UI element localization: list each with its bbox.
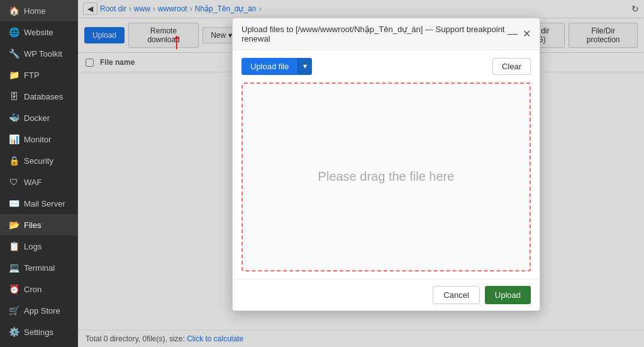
sidebar-item-logs[interactable]: 📋 Logs (0, 236, 78, 257)
modal-close-button[interactable]: ✕ (523, 29, 531, 39)
security-icon: 🔒 (9, 156, 19, 166)
modal-toolbar: Upload file ▾ Clear (242, 58, 531, 75)
logs-icon: 📋 (9, 241, 19, 251)
sidebar-item-label: Docker (24, 113, 50, 123)
modal-header-actions: — ✕ (508, 29, 531, 39)
sidebar-item-wp-toolkit[interactable]: 🔧 WP Toolkit (0, 43, 78, 64)
upload-confirm-button[interactable]: Upload (485, 286, 531, 304)
terminal-icon: 💻 (9, 263, 19, 273)
sidebar-item-website[interactable]: 🌐 Website (0, 21, 78, 43)
sidebar-item-label: Logs (24, 242, 42, 251)
modal-minimize-button[interactable]: — (508, 29, 518, 39)
cancel-button[interactable]: Cancel (433, 286, 479, 304)
sidebar-item-app-store[interactable]: 🛒 App Store (0, 300, 78, 321)
sidebar-item-label: Databases (24, 92, 63, 101)
drop-zone[interactable]: Please drag the file here (242, 82, 531, 271)
sidebar-item-logout[interactable]: 🚪 Log out (0, 343, 78, 347)
upload-file-main-button[interactable]: Upload file (242, 58, 297, 75)
sidebar-item-cron[interactable]: ⏰ Cron (0, 278, 78, 300)
sidebar-item-label: WP Toolkit (24, 49, 62, 59)
sidebar-item-mail-server[interactable]: ✉️ Mail Server (0, 193, 78, 214)
cron-icon: ⏰ (9, 284, 19, 294)
sidebar-item-terminal[interactable]: 💻 Terminal (0, 257, 78, 278)
drop-zone-text: Please drag the file here (318, 169, 455, 184)
sidebar-item-label: Terminal (24, 263, 55, 273)
sidebar-item-home[interactable]: 🏠 Home (0, 0, 78, 21)
docker-icon: 🐳 (9, 113, 19, 123)
waf-icon: 🛡 (9, 177, 19, 187)
sidebar-item-waf[interactable]: 🛡 WAF (0, 171, 78, 193)
clear-button[interactable]: Clear (492, 58, 531, 75)
sidebar-item-label: App Store (24, 306, 60, 316)
sidebar-item-files[interactable]: 📂 Files (0, 214, 78, 236)
modal-body: Upload file ▾ Clear Please drag the file… (233, 50, 540, 279)
upload-file-btn-group: Upload file ▾ (242, 58, 312, 75)
sidebar-item-ftp[interactable]: 📁 FTP (0, 64, 78, 86)
settings-icon: ⚙️ (9, 327, 19, 337)
sidebar-item-label: Files (24, 220, 41, 230)
sidebar-item-label: Home (24, 6, 46, 16)
sidebar-item-security[interactable]: 🔒 Security (0, 150, 78, 171)
home-icon: 🏠 (9, 6, 19, 16)
sidebar-item-label: FTP (24, 71, 40, 80)
sidebar-item-settings[interactable]: ⚙️ Settings (0, 321, 78, 343)
dropdown-icon: ▾ (303, 62, 307, 71)
modal-title: Upload files to [/www/wwwroot/Nhập_Tên_d… (242, 25, 508, 43)
sidebar: 🏠 Home 🌐 Website 🔧 WP Toolkit 📁 FTP 🗄 Da… (0, 0, 78, 347)
modal-overlay: Upload files to [/www/wwwroot/Nhập_Tên_d… (78, 0, 644, 347)
website-icon: 🌐 (9, 27, 19, 37)
sidebar-item-docker[interactable]: 🐳 Docker (0, 107, 78, 128)
app-store-icon: 🛒 (9, 305, 19, 316)
sidebar-item-label: Mail Server (24, 199, 65, 208)
sidebar-item-label: Cron (24, 285, 42, 294)
sidebar-item-label: Website (24, 28, 53, 37)
databases-icon: 🗄 (9, 91, 19, 101)
sidebar-item-label: Settings (24, 327, 53, 337)
sidebar-item-label: Monitor (24, 135, 51, 144)
modal-header: Upload files to [/www/wwwroot/Nhập_Tên_d… (233, 18, 540, 50)
wp-toolkit-icon: 🔧 (9, 48, 19, 59)
upload-file-dropdown-button[interactable]: ▾ (297, 58, 312, 75)
sidebar-item-monitor[interactable]: 📊 Monitor (0, 128, 78, 150)
files-icon: 📂 (9, 220, 19, 230)
mail-icon: ✉️ (9, 198, 19, 208)
sidebar-item-label: WAF (24, 178, 42, 187)
modal-footer: Cancel Upload (233, 279, 540, 310)
sidebar-item-databases[interactable]: 🗄 Databases (0, 86, 78, 107)
monitor-icon: 📊 (9, 134, 19, 144)
main-content: ◀ Root dir › www › wwwroot › Nhập_Tên_dự… (78, 0, 644, 347)
sidebar-item-label: Security (24, 156, 53, 166)
ftp-icon: 📁 (9, 70, 19, 80)
upload-modal: Upload files to [/www/wwwroot/Nhập_Tên_d… (232, 18, 540, 311)
